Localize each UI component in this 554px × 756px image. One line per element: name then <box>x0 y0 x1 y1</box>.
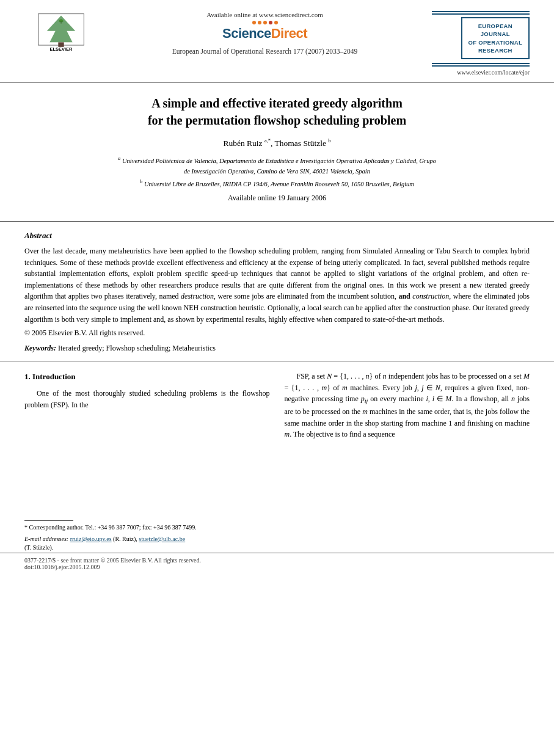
page: 🌳 ELSEVIER Available online at www.scien… <box>0 0 554 756</box>
abstract-text: Over the last decade, many metaheuristic… <box>24 245 530 325</box>
footer-doi: doi:10.1016/j.ejor.2005.12.009 <box>24 564 530 570</box>
paper-title-line1: A simple and effective iterated greedy a… <box>151 96 403 110</box>
email1[interactable]: rruiz@eio.upv.es <box>70 536 112 542</box>
affil-a: a Universidad Politécnica de Valencia, D… <box>37 154 517 165</box>
abstract-section: Abstract Over the last decade, many meta… <box>0 231 554 353</box>
ejor-rule-mid <box>432 13 530 15</box>
footnote-corresponding: * Corresponding author. Tel.: +34 96 387… <box>24 523 270 532</box>
col-right: FSP, a set N = {1, . . . , n} of n indep… <box>285 371 530 553</box>
sd-dots <box>252 21 278 24</box>
svg-text:ELSEVIER: ELSEVIER <box>50 46 73 52</box>
keywords-text: Iterated greedy; Flowshop scheduling; Me… <box>58 344 216 352</box>
ejor-rule-bot1 <box>432 63 530 64</box>
footnote-email: E-mail addresses: rruiz@eio.upv.es (R. R… <box>24 535 270 553</box>
email2-name: (T. Stützle). <box>24 544 53 551</box>
abstract-heading: Abstract <box>24 231 530 241</box>
abstract-divider <box>0 362 554 362</box>
email-label: E-mail addresses: <box>24 536 68 542</box>
footer: 0377-2217/$ - see front matter © 2005 El… <box>0 553 554 574</box>
sd-dot-5 <box>274 21 278 24</box>
ejor-rule-top <box>432 11 530 12</box>
affil-a-line2: de Investigación Operativa, Camino de Ve… <box>37 167 517 176</box>
authors: Rubén Ruiz a,*, Thomas Stützle b <box>37 137 517 148</box>
header: 🌳 ELSEVIER Available online at www.scien… <box>0 0 554 82</box>
available-date: Available online 19 January 2006 <box>37 194 517 203</box>
available-online-text: Available online at www.sciencedirect.co… <box>206 11 323 18</box>
intro-right-para1: FSP, a set N = {1, . . . , n} of n indep… <box>285 371 530 440</box>
intro-heading: 1. Introduction <box>24 371 270 383</box>
paper-title-line2: for the permutation flowshop scheduling … <box>148 114 406 127</box>
ejor-rule-bot2 <box>432 65 530 67</box>
email1-name: (R. Ruiz), <box>113 536 137 542</box>
sd-dot-1 <box>252 21 256 24</box>
keywords-label: Keywords: <box>24 344 56 352</box>
col-left: 1. Introduction One of the most thorough… <box>24 371 270 553</box>
ejor-top-rules <box>432 11 530 15</box>
elsevier-logo-area: 🌳 ELSEVIER <box>24 11 98 54</box>
email2[interactable]: stuetzle@ulb.ac.be <box>139 536 185 542</box>
paper-title: A simple and effective iterated greedy a… <box>37 95 517 129</box>
copyright: © 2005 Elsevier B.V. All rights reserved… <box>24 329 530 338</box>
footnote-divider <box>24 520 73 521</box>
intro-col-right-text: FSP, a set N = {1, . . . , n} of n indep… <box>285 371 530 440</box>
sd-dot-3 <box>263 21 267 24</box>
title-section: A simple and effective iterated greedy a… <box>0 82 554 212</box>
title-divider <box>0 221 554 222</box>
section-title: Introduction <box>32 372 76 381</box>
keywords: Keywords: Iterated greedy; Flowshop sche… <box>24 344 530 353</box>
affiliations: a Universidad Politécnica de Valencia, D… <box>37 154 517 189</box>
header-center: Available online at www.sciencedirect.co… <box>98 11 432 55</box>
intro-para1: One of the most thoroughly studied sched… <box>24 388 270 410</box>
footer-issn: 0377-2217/$ - see front matter © 2005 El… <box>24 557 530 564</box>
footnote-area: * Corresponding author. Tel.: +34 96 387… <box>24 520 270 553</box>
section-number: 1. <box>24 372 31 381</box>
two-col-body: 1. Introduction One of the most thorough… <box>0 371 554 553</box>
elsevier-logo-icon: 🌳 ELSEVIER <box>34 11 89 54</box>
ejor-bottom-rules <box>432 63 530 67</box>
ejor-box: EUROPEANJOURNALOF OPERATIONALRESEARCH <box>461 17 530 59</box>
sciencedirect-logo: ScienceDirect <box>222 21 307 42</box>
sd-dot-2 <box>258 21 261 24</box>
sciencedirect-wordmark: ScienceDirect <box>222 26 307 42</box>
journal-citation-line: European Journal of Operational Research… <box>172 48 358 55</box>
svg-marker-2 <box>47 15 76 42</box>
ejor-text: EUROPEANJOURNALOF OPERATIONALRESEARCH <box>468 22 522 54</box>
sd-dot-4 <box>269 21 272 24</box>
ejor-url: www.elsevier.com/locate/ejor <box>457 69 530 76</box>
ejor-logo-area: EUROPEANJOURNALOF OPERATIONALRESEARCH ww… <box>432 11 530 76</box>
intro-col-left-text: One of the most thoroughly studied sched… <box>24 388 270 410</box>
affil-b: b Université Libre de Bruxelles, IRIDIA … <box>37 178 517 189</box>
